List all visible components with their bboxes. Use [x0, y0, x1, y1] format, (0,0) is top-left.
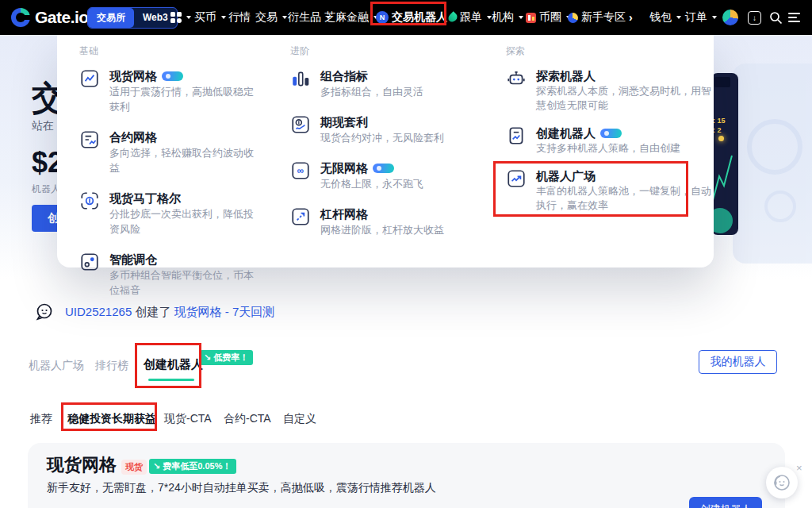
menu-item-spot-grid[interactable]: 现货网格 适用于震荡行情，高抛低吸稳定获利: [79, 68, 262, 114]
menu-item-desc: 网格进阶版，杠杆放大收益: [320, 222, 444, 237]
menu-item-bot-marketplace[interactable]: 机器人广场 丰富的机器人策略池，一键复制，自动执行，赢在效率: [506, 168, 688, 213]
menu-item-desc: 适用于震荡行情，高抛低吸稳定获利: [109, 84, 262, 114]
menu-column-explore: 探索 探索机器人 探索机器人本质，洞悉交易时机，用智慧创造无限可能 创建机器: [506, 46, 688, 225]
top-nav: Gate.io 交易所 Web3 买币 行情 交易 衍生品 芝麻金融 N 交易机…: [0, 0, 812, 35]
download-app-button[interactable]: ↓: [748, 0, 761, 35]
menu-item-infinity-grid[interactable]: ∞ 无限网格 无价格上限，永不跑飞: [290, 160, 473, 191]
arrow-down-right-icon: ↘: [204, 352, 211, 363]
card-description: 新手友好，无需盯盘，7*24小时自动挂单买卖，高抛低吸，震荡行情推荐机器人: [47, 481, 436, 495]
menu-item-title: 机器人广场: [536, 168, 596, 184]
toggle-exchange[interactable]: 交易所: [88, 8, 134, 28]
hamburger-icon: [788, 13, 800, 22]
spot-grid-card: 现货网格 现货 ↘ 费率低至0.05%！ 新手友好，无需盯盘，7*24小时自动挂…: [28, 443, 785, 508]
menu-item-desc: 探索机器人本质，洞悉交易时机，用智慧创造无限可能: [536, 84, 717, 113]
nav-label: 跟单: [460, 10, 482, 25]
menu-item-title: 探索机器人: [536, 68, 596, 84]
menu-item-smart-rebalance[interactable]: 智能调仓 多币种组合智能平衡仓位，币本位福音: [79, 252, 262, 298]
menu-item-desc: 支持多种机器人策略，自由创建: [536, 141, 680, 156]
gate-logo-text: Gate.io: [35, 8, 89, 27]
beginner-icon: [568, 13, 578, 23]
martingale-icon: [79, 190, 100, 211]
menu-item-title: 现货网格: [109, 68, 157, 84]
svg-text:∞: ∞: [297, 165, 304, 176]
arbitrage-icon: [290, 114, 311, 135]
nav-item-buy-crypto[interactable]: 买币: [194, 0, 226, 35]
download-icon: ↓: [748, 11, 761, 25]
tab-create-bot[interactable]: 创建机器人: [144, 357, 203, 372]
tab-bot-marketplace[interactable]: 机器人广场: [29, 359, 84, 373]
menu-item-desc: 分批抄底一次卖出获利，降低投资风险: [109, 206, 262, 237]
promo-badge-icon: [162, 71, 183, 81]
chevron-down-icon: [221, 16, 226, 19]
arrow-down-right-icon: ↘: [153, 461, 160, 471]
nav-label: 芝麻金融: [324, 10, 369, 25]
banner-stat: : 2: [713, 126, 722, 134]
chevron-down-icon: [712, 16, 717, 19]
combo-indicator-icon: [290, 68, 311, 89]
promo-badge-icon: [373, 164, 394, 173]
menu-item-explore-bots[interactable]: 探索机器人 探索机器人本质，洞悉交易时机，用智慧创造无限可能: [506, 68, 688, 113]
menu-item-title: 现货马丁格尔: [109, 190, 181, 206]
menu-item-leveraged-grid[interactable]: 杠杆网格 网格进阶版，杠杆放大收益: [290, 206, 473, 237]
menu-item-desc: 多向选择，轻松赚取合约波动收益: [109, 145, 262, 175]
menu-item-title: 期现套利: [320, 114, 368, 130]
coin-circle-icon: [526, 13, 536, 23]
my-bots-button[interactable]: 我的机器人: [699, 350, 777, 374]
column-header: 基础: [79, 46, 262, 56]
column-header: 探索: [506, 46, 688, 56]
create-robot-icon: [506, 125, 527, 146]
promo-badge-icon: [600, 129, 622, 138]
create-bot-button[interactable]: 创建机器人: [689, 497, 762, 508]
account-avatar[interactable]: [722, 0, 738, 35]
support-close-icon[interactable]: ×: [796, 462, 802, 474]
hero-subline: 站在: [32, 119, 54, 133]
menu-item-spot-martingale[interactable]: 现货马丁格尔 分批抄底一次卖出获利，降低投资风险: [79, 190, 262, 237]
nav-label: 交易: [255, 10, 278, 25]
flame-icon: [446, 11, 459, 24]
search-button[interactable]: [769, 0, 783, 35]
nav-item-trade[interactable]: 交易: [255, 0, 287, 35]
nav-item-copy-trading[interactable]: 跟单: [449, 0, 492, 35]
menu-item-title: 杠杆网格: [320, 206, 368, 222]
menu-item-arbitrage[interactable]: 期现套利 现货合约对冲，无风险套利: [290, 114, 473, 145]
hero-illustration: [733, 64, 812, 264]
nav-label: 交易机器人: [392, 10, 447, 25]
nav-label: 行情: [228, 10, 251, 25]
menu-item-desc: 现货合约对冲，无风险套利: [320, 130, 444, 145]
menu-item-desc: 多币种组合智能平衡仓位，币本位福音: [109, 267, 262, 298]
nav-item-markets[interactable]: 行情: [228, 0, 251, 35]
nav-item-beginner-zone[interactable]: 新手专区 ›: [568, 0, 633, 35]
subtab-recommended[interactable]: 推荐: [30, 412, 52, 426]
tab-leaderboard[interactable]: 排行榜: [95, 359, 128, 373]
chevron-down-icon: [186, 16, 191, 19]
card-fee-badge: ↘ 费率低至0.05%！: [149, 459, 236, 474]
menu-column-basic: 基础 现货网格 适用于震荡行情，高抛低吸稳定获利 合约网格 多向选择，轻松赚取合…: [79, 46, 262, 313]
nav-label: 订单: [685, 10, 707, 25]
gate-logo[interactable]: Gate.io: [11, 0, 89, 35]
subtab-steady-longterm[interactable]: 稳健投资长期获益: [67, 412, 156, 426]
nav-item-moments[interactable]: 币圈: [526, 0, 571, 35]
menu-item-combo-indicator[interactable]: 组合指标 多指标组合，自由灵活: [290, 68, 473, 99]
menu-item-futures-grid[interactable]: 合约网格 多向选择，轻松赚取合约波动收益: [79, 129, 262, 175]
more-menu-button[interactable]: [788, 0, 800, 35]
nav-item-institution[interactable]: 机构: [492, 0, 523, 35]
trading-bot-icon: N: [376, 11, 389, 24]
apps-grid-icon: [170, 12, 182, 23]
menu-item-create-bot[interactable]: 创建机器人 支持多种机器人策略，自由创建: [506, 125, 688, 156]
nav-item-trading-bot[interactable]: N 交易机器人: [376, 0, 457, 35]
chat-bubble-icon: [35, 302, 56, 321]
low-fee-badge: ↘ 低费率！: [200, 350, 253, 365]
subtab-spot-cta[interactable]: 现货-CTA: [164, 412, 212, 426]
nav-label: 币圈: [539, 10, 561, 25]
nav-item-finance[interactable]: 芝麻金融: [324, 0, 378, 35]
apps-menu-button[interactable]: [170, 0, 191, 35]
card-title: 现货网格: [47, 453, 117, 477]
nav-item-orders[interactable]: 订单: [685, 0, 717, 35]
subtab-custom[interactable]: 自定义: [283, 412, 316, 426]
rebalance-icon: [79, 252, 100, 272]
nav-item-wallet[interactable]: 钱包: [649, 0, 681, 35]
infinity-grid-icon: ∞: [290, 160, 311, 181]
menu-item-title: 合约网格: [109, 129, 157, 145]
customer-support-button[interactable]: [766, 467, 798, 498]
subtab-futures-cta[interactable]: 合约-CTA: [224, 412, 271, 426]
